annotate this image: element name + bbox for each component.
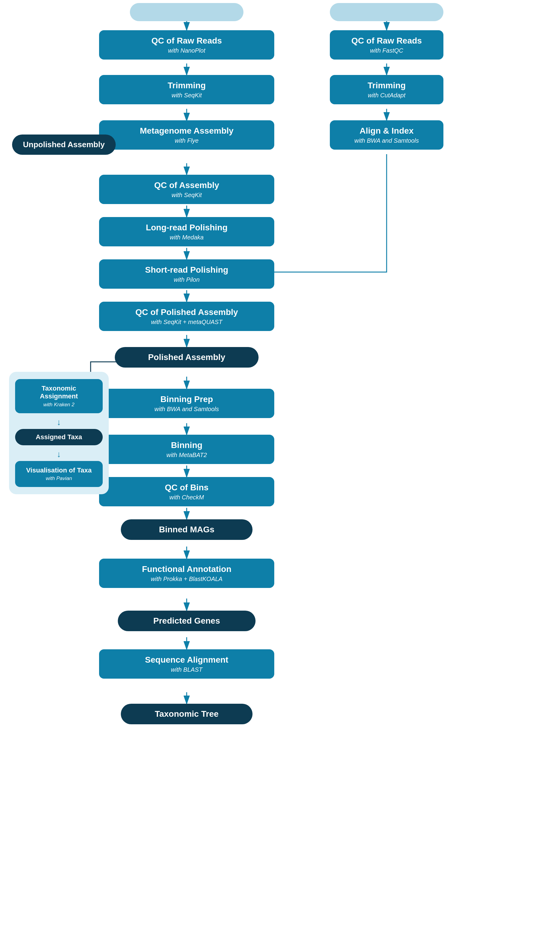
- taxonomic-tree-label: Taxonomic Tree: [155, 709, 218, 719]
- visualisation-taxa-subtitle: with Pavian: [23, 476, 95, 482]
- long-read-polishing-title: Long-read Polishing: [106, 223, 267, 233]
- binned-mags-label: Binned MAGs: [159, 525, 215, 534]
- unpolished-assembly-box: Unpolished Assembly: [12, 134, 116, 155]
- trimming-right-title: Trimming: [337, 80, 436, 91]
- qc-raw-right-box: QC of Raw Reads with FastQC: [330, 30, 443, 60]
- qc-polished-title: QC of Polished Assembly: [106, 307, 267, 317]
- source-right: [330, 3, 443, 21]
- qc-bins-subtitle: with CheckM: [106, 494, 267, 501]
- trimming-left-box: Trimming with SeqKit: [99, 75, 274, 104]
- short-read-polishing-title: Short-read Polishing: [106, 265, 267, 275]
- binning-prep-subtitle: with BWA and Samtools: [106, 406, 267, 413]
- align-index-box: Align & Index with BWA and Samtools: [330, 120, 443, 150]
- qc-raw-left-subtitle: with NanoPlot: [106, 47, 267, 54]
- long-read-polishing-box: Long-read Polishing with Medaka: [99, 217, 274, 246]
- functional-annotation-subtitle: with Prokka + BlastKOALA: [106, 575, 267, 583]
- qc-bins-box: QC of Bins with CheckM: [99, 477, 274, 506]
- sequence-alignment-box: Sequence Alignment with BLAST: [99, 649, 274, 679]
- polished-assembly-box: Polished Assembly: [115, 347, 258, 368]
- metagenome-assembly-title: Metagenome Assembly: [106, 126, 267, 136]
- trimming-right-box: Trimming with CutAdapt: [330, 75, 443, 104]
- predicted-genes-label: Predicted Genes: [153, 616, 220, 625]
- binning-title: Binning: [106, 440, 267, 450]
- sequence-alignment-subtitle: with BLAST: [106, 666, 267, 673]
- qc-polished-subtitle: with SeqKit + metaQUAST: [106, 319, 267, 325]
- sidebar-arrow-1: ↓: [15, 418, 103, 426]
- qc-raw-left-title: QC of Raw Reads: [106, 36, 267, 46]
- functional-annotation-box: Functional Annotation with Prokka + Blas…: [99, 559, 274, 588]
- qc-assembly-subtitle: with SeqKit: [106, 192, 267, 199]
- functional-annotation-title: Functional Annotation: [106, 564, 267, 574]
- qc-raw-right-title: QC of Raw Reads: [337, 36, 436, 46]
- diagram-container: QC of Raw Reads with NanoPlot Trimming w…: [0, 0, 560, 925]
- binned-mags-box: Binned MAGs: [121, 519, 252, 540]
- trimming-right-subtitle: with CutAdapt: [337, 92, 436, 99]
- long-read-polishing-subtitle: with Medaka: [106, 234, 267, 241]
- unpolished-assembly-label: Unpolished Assembly: [23, 140, 105, 149]
- binning-prep-title: Binning Prep: [106, 394, 267, 404]
- sidebar-arrow-2: ↓: [15, 450, 103, 459]
- qc-assembly-title: QC of Assembly: [106, 180, 267, 190]
- taxonomic-assignment-box: Taxonomic Assignment with Kraken 2: [15, 379, 103, 413]
- qc-polished-box: QC of Polished Assembly with SeqKit + me…: [99, 302, 274, 331]
- align-index-subtitle: with BWA and Samtools: [337, 137, 436, 144]
- qc-assembly-box: QC of Assembly with SeqKit: [99, 175, 274, 204]
- visualisation-taxa-title: Visualisation of Taxa: [23, 466, 95, 474]
- taxonomic-tree-box: Taxonomic Tree: [121, 704, 252, 724]
- taxonomic-sidebar-panel: Taxonomic Assignment with Kraken 2 ↓ Ass…: [9, 372, 109, 494]
- binning-prep-box: Binning Prep with BWA and Samtools: [99, 389, 274, 418]
- qc-raw-right-subtitle: with FastQC: [337, 47, 436, 54]
- short-read-polishing-box: Short-read Polishing with Pilon: [99, 259, 274, 289]
- taxonomic-assignment-title: Taxonomic Assignment: [23, 384, 95, 401]
- qc-bins-title: QC of Bins: [106, 482, 267, 493]
- binning-subtitle: with MetaBAT2: [106, 452, 267, 459]
- source-left: [130, 3, 243, 21]
- qc-raw-left-box: QC of Raw Reads with NanoPlot: [99, 30, 274, 60]
- taxonomic-assignment-subtitle: with Kraken 2: [23, 402, 95, 408]
- polished-assembly-label: Polished Assembly: [148, 353, 225, 362]
- assigned-taxa-label: Assigned Taxa: [36, 433, 82, 441]
- metagenome-assembly-box: Metagenome Assembly with Flye: [99, 120, 274, 150]
- binning-box: Binning with MetaBAT2: [99, 435, 274, 464]
- trimming-left-subtitle: with SeqKit: [106, 92, 267, 99]
- visualisation-taxa-box: Visualisation of Taxa with Pavian: [15, 461, 103, 487]
- assigned-taxa-box: Assigned Taxa: [15, 429, 103, 445]
- align-index-title: Align & Index: [337, 126, 436, 136]
- predicted-genes-box: Predicted Genes: [118, 611, 255, 631]
- short-read-polishing-subtitle: with Pilon: [106, 276, 267, 283]
- sequence-alignment-title: Sequence Alignment: [106, 655, 267, 665]
- trimming-left-title: Trimming: [106, 80, 267, 91]
- metagenome-assembly-subtitle: with Flye: [106, 137, 267, 144]
